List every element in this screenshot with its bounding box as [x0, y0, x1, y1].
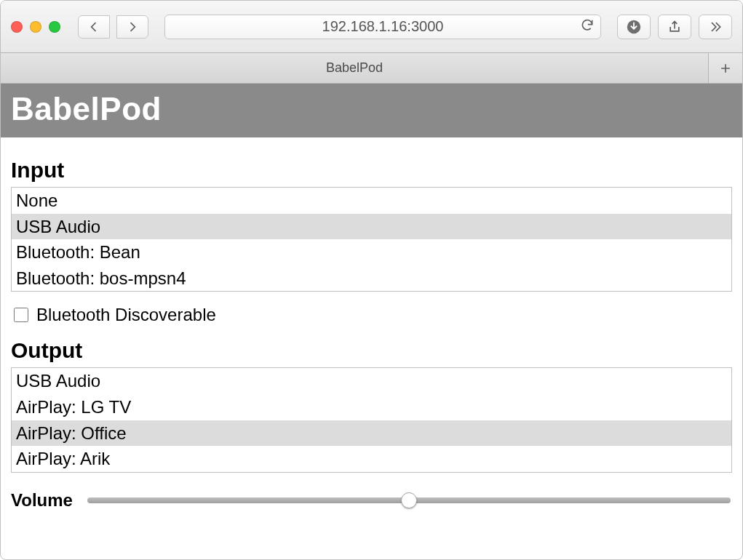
page-content: BabelPod Input NoneUSB AudioBluetooth: B… — [1, 84, 742, 525]
bt-discoverable-checkbox[interactable] — [14, 308, 28, 322]
output-option[interactable]: AirPlay: LG TV — [12, 394, 731, 420]
input-select-list[interactable]: NoneUSB AudioBluetooth: BeanBluetooth: b… — [11, 187, 732, 292]
window-controls — [11, 21, 60, 33]
tabs-overflow-button[interactable] — [699, 15, 732, 39]
tab-babelpod[interactable]: BabelPod — [1, 53, 709, 83]
app-title: BabelPod — [11, 91, 732, 127]
output-select-list[interactable]: USB AudioAirPlay: LG TVAirPlay: OfficeAi… — [11, 367, 732, 472]
input-option[interactable]: None — [12, 188, 731, 214]
volume-row: Volume — [11, 490, 732, 511]
bt-discoverable-label[interactable]: Bluetooth Discoverable — [36, 305, 216, 325]
reload-icon — [580, 17, 595, 32]
chevron-left-icon — [87, 20, 101, 34]
app-banner: BabelPod — [1, 84, 742, 137]
download-icon — [626, 19, 642, 35]
volume-slider[interactable] — [87, 497, 731, 503]
input-heading: Input — [11, 158, 732, 183]
output-heading: Output — [11, 338, 732, 363]
address-bar[interactable]: 192.168.1.16:3000 — [164, 15, 601, 39]
tab-title: BabelPod — [326, 60, 383, 76]
tab-bar: BabelPod — [1, 53, 742, 84]
minimize-window-button[interactable] — [30, 21, 41, 33]
share-button[interactable] — [658, 15, 691, 39]
output-option[interactable]: AirPlay: Arik — [12, 446, 731, 472]
address-text: 192.168.1.16:3000 — [322, 18, 444, 35]
browser-toolbar: 192.168.1.16:3000 — [1, 1, 742, 53]
close-window-button[interactable] — [11, 21, 23, 33]
volume-label: Volume — [11, 490, 73, 511]
output-option[interactable]: AirPlay: Office — [12, 420, 731, 447]
new-tab-button[interactable] — [709, 53, 742, 83]
main-content: Input NoneUSB AudioBluetooth: BeanBlueto… — [1, 137, 742, 525]
input-option[interactable]: Bluetooth: Bean — [12, 239, 731, 265]
zoom-window-button[interactable] — [49, 21, 60, 33]
input-option[interactable]: Bluetooth: bos-mpsn4 — [12, 265, 731, 292]
input-option[interactable]: USB Audio — [12, 214, 731, 240]
share-icon — [667, 20, 682, 34]
chevron-right-icon — [125, 20, 140, 34]
nav-back-button[interactable] — [78, 15, 110, 39]
chevrons-right-icon — [708, 20, 723, 34]
output-option[interactable]: USB Audio — [12, 368, 731, 394]
reload-button[interactable] — [580, 17, 595, 36]
nav-forward-button[interactable] — [116, 15, 148, 39]
bt-discoverable-row: Bluetooth Discoverable — [11, 305, 732, 325]
plus-icon — [718, 61, 733, 76]
downloads-button[interactable] — [617, 15, 651, 39]
